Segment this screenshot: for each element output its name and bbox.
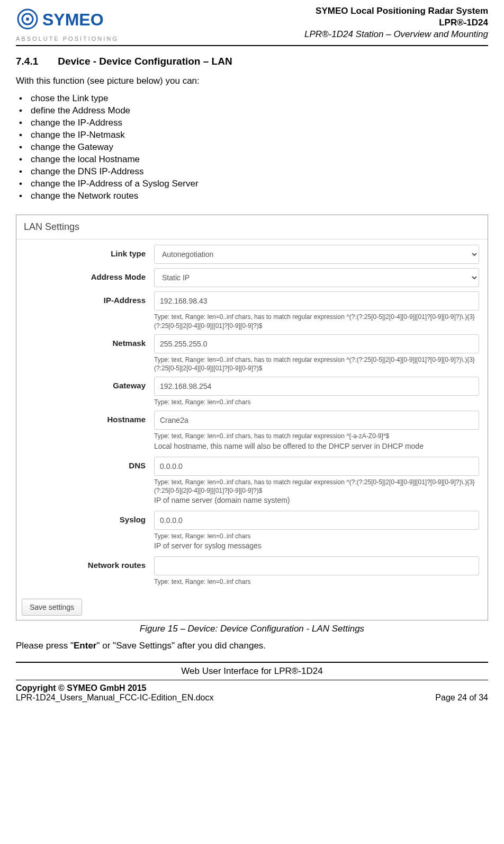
symeo-logo-icon: SYMEO — [16, 5, 122, 34]
logo-block: SYMEO ABSOLUTE POSITIONING — [16, 5, 122, 42]
label-hostname: Hostname — [16, 411, 154, 424]
help-dns: Type: text, Range: len=0..inf chars, has… — [154, 478, 479, 495]
netmask-input[interactable] — [154, 334, 479, 353]
label-netmask: Netmask — [16, 334, 154, 348]
section-title: Device - Device Configuration – LAN — [58, 56, 232, 67]
header-line2: LPR®-1D24 — [304, 17, 488, 29]
header-line3: LPR®-1D24 Station – Overview and Mountin… — [304, 29, 488, 40]
help-ip-address: Type: text, Range: len=0..inf chars, has… — [154, 313, 479, 330]
list-item: change the Gateway — [16, 141, 488, 154]
label-gateway: Gateway — [16, 377, 154, 390]
list-item: change the DNS IP-Address — [16, 166, 488, 178]
row-network-routes: Network routes Type: text, Range: len=0.… — [16, 556, 479, 586]
help-network-routes: Type: text, Range: len=0..inf chars — [154, 578, 479, 586]
list-item: change the IP-Address of a Syslog Server — [16, 178, 488, 190]
page-number: Page 24 of 34 — [435, 693, 488, 703]
label-ip-address: IP-Address — [16, 291, 154, 305]
enter-instruction: Please press "Enter" or "Save Settings" … — [16, 641, 488, 651]
footer-bottom: Copyright © SYMEO GmbH 2015 LPR-1D24_Use… — [16, 680, 488, 703]
label-address-mode: Address Mode — [16, 268, 154, 281]
footer-mid: Web User Interface for LPR®-1D24 — [16, 663, 488, 680]
desc-hostname: Local hostname, this name will also be o… — [154, 442, 479, 450]
page-header: SYMEO ABSOLUTE POSITIONING SYMEO Local P… — [16, 5, 488, 46]
help-gateway: Type: text, Range: len=0..inf chars — [154, 398, 479, 406]
help-hostname: Type: text, Range: len=0..inf chars, has… — [154, 432, 479, 440]
header-right: SYMEO Local Positioning Radar System LPR… — [304, 5, 488, 40]
network-routes-input[interactable] — [154, 556, 479, 575]
help-syslog: Type: text, Range: len=0..inf chars — [154, 532, 479, 540]
label-syslog: Syslog — [16, 511, 154, 524]
figure-caption: Figure 15 – Device: Device Configuration… — [16, 624, 488, 634]
list-item: define the Address Mode — [16, 105, 488, 117]
label-network-routes: Network routes — [16, 556, 154, 570]
desc-syslog: IP of server for syslog messages — [154, 541, 479, 550]
row-hostname: Hostname Type: text, Range: len=0..inf c… — [16, 411, 479, 452]
list-item: change the local Hostname — [16, 154, 488, 166]
save-settings-button[interactable]: Save settings — [22, 599, 82, 616]
row-address-mode: Address Mode Static IP — [16, 268, 479, 287]
row-dns: DNS Type: text, Range: len=0..inf chars,… — [16, 457, 479, 507]
gateway-input[interactable] — [154, 377, 479, 396]
filename: LPR-1D24_Users_Manual_FCC-IC-Edition_EN.… — [16, 693, 213, 703]
list-item: change the IP-Address — [16, 117, 488, 129]
logo-tagline: ABSOLUTE POSITIONING — [16, 35, 122, 42]
syslog-input[interactable] — [154, 511, 479, 530]
list-item: change the Network routes — [16, 190, 488, 202]
bullet-list: chose the Link type define the Address M… — [16, 93, 488, 202]
label-link-type: Link type — [16, 245, 154, 258]
help-netmask: Type: text, Range: len=0..inf chars, has… — [154, 356, 479, 372]
section-number: 7.4.1 — [16, 56, 38, 67]
copyright: Copyright © SYMEO GmbH 2015 — [16, 683, 213, 693]
panel-title: LAN Settings — [16, 215, 488, 239]
address-mode-select[interactable]: Static IP — [154, 268, 479, 287]
ip-address-input[interactable] — [154, 291, 479, 310]
desc-dns: IP of name server (domain name system) — [154, 496, 479, 504]
section-heading: 7.4.1 Device - Device Configuration – LA… — [16, 56, 488, 67]
row-ip-address: IP-Address Type: text, Range: len=0..inf… — [16, 291, 479, 330]
header-line1: SYMEO Local Positioning Radar System — [304, 5, 488, 17]
list-item: chose the Link type — [16, 93, 488, 105]
intro-text: With this function (see picture below) y… — [16, 76, 488, 86]
row-gateway: Gateway Type: text, Range: len=0..inf ch… — [16, 377, 479, 406]
list-item: change the IP-Netmask — [16, 129, 488, 141]
svg-text:SYMEO: SYMEO — [42, 10, 104, 29]
link-type-select[interactable]: Autonegotiation — [154, 245, 479, 264]
row-syslog: Syslog Type: text, Range: len=0..inf cha… — [16, 511, 479, 552]
row-link-type: Link type Autonegotiation — [16, 245, 479, 264]
dns-input[interactable] — [154, 457, 479, 476]
label-dns: DNS — [16, 457, 154, 470]
svg-point-2 — [26, 17, 29, 21]
row-netmask: Netmask Type: text, Range: len=0..inf ch… — [16, 334, 479, 372]
lan-settings-screenshot: LAN Settings Link type Autonegotiation A… — [16, 215, 488, 620]
hostname-input[interactable] — [154, 411, 479, 430]
